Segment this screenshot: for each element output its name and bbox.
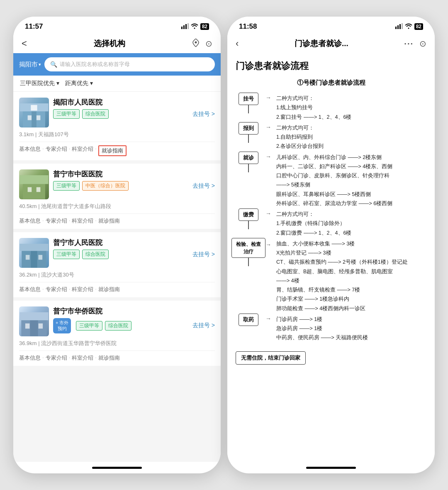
flow-diagram: 挂号 → 二种方式均可： 1.线上预约挂号 2.窗口挂号 ——> 1、2、4、6… <box>236 93 426 365</box>
target-icon-right[interactable]: ⊙ <box>419 39 426 49</box>
hospital-links-4: 基本信息 · 专家介绍 · 科室介绍 · 就诊指南 <box>19 350 215 362</box>
flow-step-3: 就诊 → 儿科诊区、内、外科综合门诊 ——> 2楼东侧 内科一、二诊区、妇产科诊… <box>236 152 426 209</box>
link-basic-3[interactable]: 基本信息 <box>19 286 41 293</box>
left-phone: 11:57 82 < 选择机构 ⊙ 揭阳市 ▾ 🔍 请输入医 <box>13 17 221 473</box>
bottom-bar-left <box>13 462 221 473</box>
flow-connector-1 <box>248 105 249 113</box>
hospital-meta-3: 36.2km | 流沙大道30号 <box>19 271 215 279</box>
svg-rect-19 <box>19 244 48 251</box>
tag-type-2: 中医（综合）医院 <box>82 181 129 191</box>
flow-step-2: 报到 → 二种方式均可： 1.自助扫码报到 2.各诊区分诊台报到 <box>236 122 426 152</box>
svg-rect-3 <box>187 23 189 29</box>
flow-arrow-3: → <box>265 152 272 160</box>
tag-type-1: 综合医院 <box>82 109 109 119</box>
flow-box-3: 就诊 <box>239 152 258 164</box>
svg-rect-16 <box>26 255 30 260</box>
book-button-2[interactable]: 去挂号 > <box>192 182 215 190</box>
link-dept-3[interactable]: 科室介绍 <box>72 286 93 293</box>
flow-box-4: 缴费 <box>239 208 258 221</box>
tag-type-4: 综合医院 <box>105 321 131 331</box>
signal-icon-right <box>395 23 403 30</box>
book-button-4[interactable]: 去挂号 > <box>192 322 215 329</box>
flow-step-6: 取药 → 门诊药房 ——> 1楼 急诊药房 ——> 1楼 中药房、便民药房 ——… <box>236 314 426 343</box>
link-dept-2[interactable]: 科室介绍 <box>72 217 93 225</box>
tag-type-3: 综合医院 <box>82 250 109 259</box>
flow-col-5: 检验、检查治疗 <box>236 238 261 266</box>
flow-arrow-2: → <box>265 122 272 130</box>
link-basic-2[interactable]: 基本信息 <box>19 217 41 225</box>
city-selector[interactable]: 揭阳市 ▾ <box>19 61 41 69</box>
right-content: 门诊患者就诊流程 ①号楼门诊患者就诊流程 挂号 → 二种方式均可： 1.线上预约… <box>227 53 435 462</box>
tag-level-3: 三级甲等 <box>53 250 80 259</box>
time-left: 11:57 <box>25 22 43 31</box>
filter-sanjia[interactable]: 三甲医院优先 ▾ <box>20 80 59 87</box>
link-guide-4[interactable]: 就诊指南 <box>98 354 120 362</box>
no-admit-section: 无需住院，结束门诊回家 <box>236 348 426 365</box>
hospital-image-2 <box>19 169 49 199</box>
link-guide-1[interactable]: 就诊指南 <box>98 145 127 156</box>
hospital-image-4 <box>19 306 49 336</box>
hospital-tags-2: 三级甲等 中医（综合）医院 去挂号 > <box>53 181 215 191</box>
bottom-bar-right <box>227 462 435 473</box>
book-button-3[interactable]: 去挂号 > <box>192 251 215 258</box>
hospital-image-1 <box>19 98 49 127</box>
link-expert-2[interactable]: 专家介绍 <box>46 217 67 225</box>
search-input[interactable]: 🔍 请输入医院名称或名称首字母 <box>44 57 215 71</box>
nav-right-right: ··· ⊙ <box>404 39 426 49</box>
flow-arrow-6: → <box>265 314 272 322</box>
link-dept-1[interactable]: 科室介绍 <box>72 145 93 156</box>
flow-content-3: 儿科诊区、内、外科综合门诊 ——> 2楼东侧 内科一、二诊区、妇产科诊区 ——>… <box>276 152 426 209</box>
back-button-right[interactable]: ‹ <box>236 38 239 49</box>
hospital-top-2: 普宁市中医医院 三级甲等 中医（综合）医院 去挂号 > <box>19 169 215 199</box>
hospital-name-2: 普宁市中医医院 <box>53 169 215 179</box>
link-basic-4[interactable]: 基本信息 <box>19 354 41 362</box>
tag-level-1: 三级甲等 <box>53 109 80 119</box>
flow-connector-2 <box>248 135 249 143</box>
wifi-icon <box>191 23 198 30</box>
home-indicator-left <box>92 467 142 469</box>
location-icon[interactable] <box>192 39 200 49</box>
no-admit-box: 无需住院，结束门诊回家 <box>236 351 306 365</box>
hospital-meta-2: 40.5km | 池尾街道普宁大道多年山路段 <box>19 203 215 210</box>
link-guide-2[interactable]: 就诊指南 <box>98 217 120 225</box>
link-expert-1[interactable]: 专家介绍 <box>46 145 67 156</box>
flow-connector-4 <box>248 221 249 229</box>
back-button-left[interactable]: < <box>22 38 27 49</box>
book-button-1[interactable]: 去挂号 > <box>192 110 215 118</box>
svg-rect-28 <box>402 23 403 29</box>
chevron-down-icon: ▾ <box>39 62 41 67</box>
hospital-card-2: 普宁市中医医院 三级甲等 中医（综合）医院 去挂号 > 40.5km | 池尾街… <box>13 164 221 229</box>
flow-section-title: ①号楼门诊患者就诊流程 <box>236 79 426 87</box>
svg-rect-13 <box>37 187 41 192</box>
hospital-name-1: 揭阳市人民医院 <box>53 98 215 107</box>
flow-content-4: 二种方式均可： 1.手机缴费（特殊门诊除外） 2.窗口缴费 ——> 1、2、4、… <box>276 208 426 238</box>
hospital-top-4: 普宁市华侨医院 + 市外 预约 三级甲等 综合医院 去挂号 > <box>19 306 215 336</box>
page-title-left: 选择机构 <box>94 38 125 49</box>
flow-col-4: 缴费 <box>236 208 261 229</box>
link-dept-4[interactable]: 科室介绍 <box>72 354 93 362</box>
outside-booking-badge[interactable]: + 市外 预约 <box>53 318 71 333</box>
flow-box-5: 检验、检查治疗 <box>231 238 265 258</box>
more-options-button[interactable]: ··· <box>404 39 414 49</box>
hospital-info-1: 揭阳市人民医院 三级甲等 综合医院 去挂号 > <box>53 98 215 127</box>
link-guide-3[interactable]: 就诊指南 <box>98 286 120 293</box>
svg-rect-22 <box>39 323 43 328</box>
hospital-links-2: 基本信息 · 专家介绍 · 科室介绍 · 就诊指南 <box>19 213 215 225</box>
svg-rect-11 <box>23 184 45 199</box>
flow-arrow-1: → <box>265 93 272 101</box>
hospital-info-2: 普宁市中医医院 三级甲等 中医（综合）医院 去挂号 > <box>53 169 215 199</box>
link-basic-1[interactable]: 基本信息 <box>19 145 41 156</box>
nav-right-left: ⊙ <box>192 39 212 49</box>
link-expert-4[interactable]: 专家介绍 <box>46 354 67 362</box>
hospital-name-3: 普宁市人民医院 <box>53 238 215 247</box>
flow-arrow-5: → <box>265 238 272 248</box>
hospital-card-3: 普宁市人民医院 三级甲等 综合医院 去挂号 > 36.2km | 流沙大道30号… <box>13 232 221 297</box>
hospital-card-1: 揭阳市人民医院 三级甲等 综合医院 去挂号 > 3.1km | 天福路107号 … <box>13 92 221 160</box>
flow-box-6: 取药 <box>239 314 258 326</box>
svg-rect-26 <box>397 25 399 29</box>
target-icon-left[interactable]: ⊙ <box>205 39 212 49</box>
filter-distance[interactable]: 距离优先 ▾ <box>65 80 93 87</box>
svg-rect-14 <box>19 175 48 184</box>
signal-icon <box>181 23 189 30</box>
link-expert-3[interactable]: 专家介绍 <box>46 286 67 293</box>
